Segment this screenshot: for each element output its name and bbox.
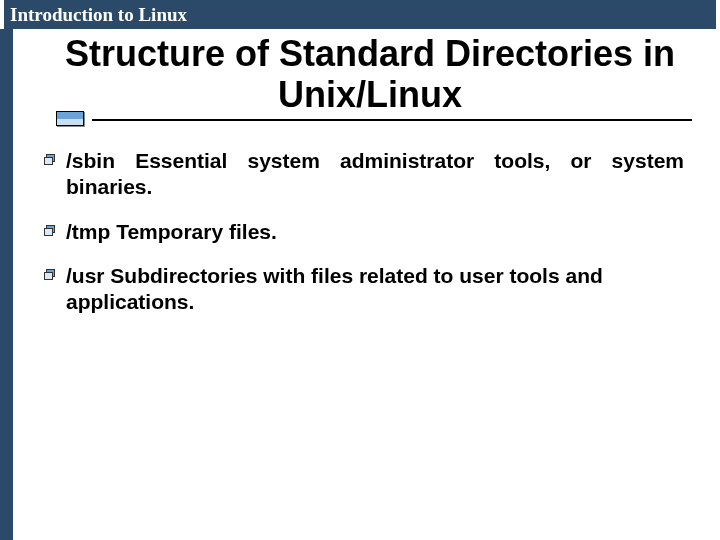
title-underline (30, 118, 692, 130)
list-item: /tmp Temporary files. (44, 219, 684, 245)
slide-title: Structure of Standard Directories in Uni… (40, 33, 700, 116)
header-bar: Introduction to Linux (4, 0, 716, 29)
course-title: Introduction to Linux (10, 4, 187, 26)
list-item: /sbin Essential system administrator too… (44, 148, 684, 201)
title-box-icon (56, 111, 84, 126)
content-area: /sbin Essential system administrator too… (44, 148, 684, 333)
bullet-icon (44, 225, 56, 236)
bullet-icon (44, 154, 56, 165)
bullet-icon (44, 269, 56, 280)
left-accent-bar (0, 29, 13, 540)
slide-title-area: Structure of Standard Directories in Uni… (40, 33, 700, 116)
bullet-text: /usr Subdirectories with files related t… (66, 263, 684, 316)
bullet-text: /tmp Temporary files. (66, 219, 684, 245)
list-item: /usr Subdirectories with files related t… (44, 263, 684, 316)
bullet-text: /sbin Essential system administrator too… (66, 148, 684, 201)
title-horizontal-rule (92, 119, 692, 121)
